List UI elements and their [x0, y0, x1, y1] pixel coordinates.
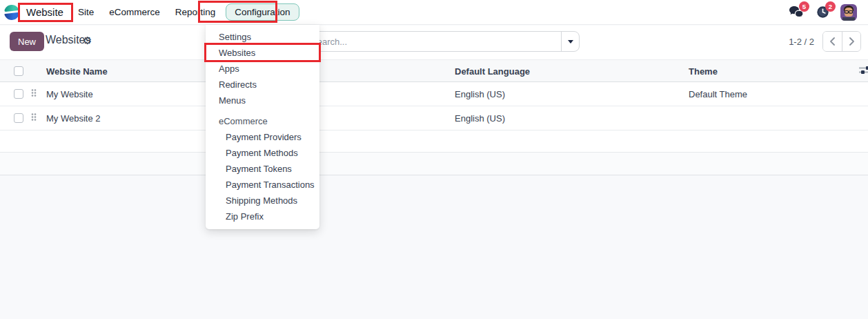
user-avatar[interactable]	[840, 4, 857, 21]
menu-item-settings[interactable]: Settings	[206, 29, 319, 45]
systray: 5 2	[788, 4, 861, 21]
menu-item-menus[interactable]: Menus	[206, 93, 319, 108]
list-header-row: Website Name Default Language Theme	[0, 59, 868, 82]
menu-item-payment-providers[interactable]: Payment Providers	[206, 129, 319, 145]
odoo-website-app-screen: Website Site eCommerce Reporting Configu…	[0, 0, 868, 319]
websites-list-view: Website Name Default Language Theme	[0, 59, 868, 175]
control-panel: New Websites ⚙ 1-2 / 2	[0, 26, 868, 59]
menu-item-shipping-methods[interactable]: Shipping Methods	[206, 193, 319, 209]
nav-menu-configuration[interactable]: Configuration	[226, 3, 299, 21]
pager-next-button[interactable]	[842, 32, 860, 51]
menu-item-redirects[interactable]: Redirects	[206, 77, 319, 93]
menu-section-ecommerce: eCommerce	[206, 113, 319, 129]
messages-icon[interactable]: 5	[788, 4, 805, 21]
column-header-theme[interactable]: Theme	[689, 66, 718, 76]
app-name[interactable]: Website	[26, 6, 63, 18]
messages-badge: 5	[799, 1, 809, 12]
drag-handle-icon[interactable]	[31, 88, 37, 100]
optional-columns-icon[interactable]	[859, 66, 868, 77]
menu-item-payment-tokens[interactable]: Payment Tokens	[206, 161, 319, 177]
cell-website-name[interactable]: My Website	[46, 89, 93, 99]
table-row[interactable]: My Website English (US) Default Theme	[0, 82, 868, 106]
row-checkbox[interactable]	[14, 89, 23, 99]
activities-icon[interactable]: 2	[814, 4, 831, 21]
search-dropdown-toggle[interactable]	[561, 32, 579, 51]
view-settings-gear-icon[interactable]: ⚙	[83, 33, 92, 48]
pager-previous-button[interactable]	[823, 32, 842, 51]
avatar-image	[840, 4, 857, 21]
menu-item-payment-methods[interactable]: Payment Methods	[206, 145, 319, 161]
chevron-right-icon	[849, 37, 855, 46]
menu-item-zip-prefix[interactable]: Zip Prefix	[206, 209, 319, 224]
menu-item-websites[interactable]: Websites	[206, 45, 319, 61]
nav-menu-site[interactable]: Site	[70, 3, 101, 21]
row-checkbox[interactable]	[14, 113, 23, 123]
new-button[interactable]: New	[10, 32, 44, 51]
search-bar	[290, 31, 580, 52]
drag-handle-icon[interactable]	[31, 112, 37, 124]
cell-website-name[interactable]: My Website 2	[46, 113, 101, 124]
column-header-website-name[interactable]: Website Name	[46, 66, 108, 76]
website-app-logo-icon[interactable]	[4, 5, 19, 20]
list-footer-row	[0, 153, 868, 175]
activities-badge: 2	[825, 1, 836, 12]
chevron-left-icon	[829, 37, 836, 46]
menu-item-apps[interactable]: Apps	[206, 61, 319, 77]
nav-menu-reporting[interactable]: Reporting	[168, 3, 224, 21]
select-all-checkbox[interactable]	[14, 66, 23, 76]
pager-range: 1-2 / 2	[789, 37, 814, 47]
list-empty-row	[0, 130, 868, 153]
nav-menu-ecommerce[interactable]: eCommerce	[101, 3, 168, 21]
column-header-default-language[interactable]: Default Language	[455, 66, 530, 76]
caret-down-icon	[568, 40, 573, 44]
cell-theme[interactable]: Default Theme	[689, 89, 747, 99]
top-navbar: Website Site eCommerce Reporting Configu…	[0, 0, 868, 25]
configuration-dropdown-menu: Settings Websites Apps Redirects Menus e…	[206, 25, 319, 229]
pager: 1-2 / 2	[789, 31, 861, 52]
menu-item-payment-transactions[interactable]: Payment Transactions	[206, 177, 319, 193]
cell-default-language[interactable]: English (US)	[455, 113, 505, 124]
search-input[interactable]	[311, 37, 554, 47]
cell-default-language[interactable]: English (US)	[455, 89, 505, 99]
table-row[interactable]: My Website 2 English (US)	[0, 106, 868, 130]
